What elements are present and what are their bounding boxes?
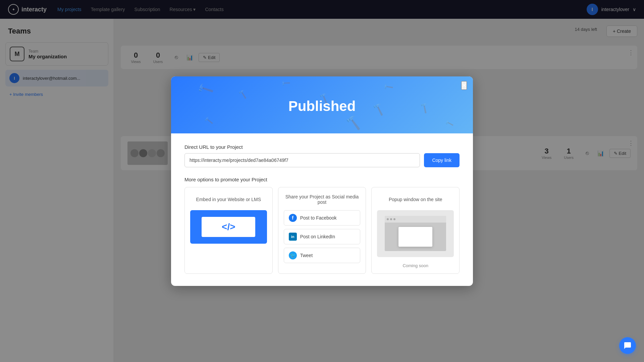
tweet-label: Tweet — [300, 253, 313, 258]
modal-header: 🔨 🔨 🔨 🔨 🔨 🔨 🔨 🔨 🔨 🔨 Published × — [171, 76, 473, 133]
window-dot — [390, 218, 392, 220]
embed-card: Embed in your Website or LMS </> — [184, 187, 273, 274]
popup-card: Popup window on the site — [371, 187, 460, 274]
window-dot — [387, 218, 389, 220]
social-card-title: Share your Project as Social media post — [284, 193, 361, 205]
post-to-facebook-button[interactable]: f Post to Facebook — [284, 210, 361, 226]
facebook-label: Post to Facebook — [300, 215, 337, 221]
social-card: Share your Project as Social media post … — [278, 187, 366, 274]
promote-cards: Embed in your Website or LMS </> Share y… — [184, 187, 460, 274]
url-input[interactable] — [184, 153, 420, 167]
modal-overlay: 🔨 🔨 🔨 🔨 🔨 🔨 🔨 🔨 🔨 🔨 Published × Direct U… — [0, 0, 644, 362]
tweet-button[interactable]: 🐦 Tweet — [284, 248, 361, 263]
embed-preview: </> — [190, 210, 267, 244]
popup-dialog — [398, 227, 432, 247]
coming-soon-label: Coming soon — [377, 263, 454, 268]
popup-content — [385, 223, 446, 251]
linkedin-label: Post on LinkedIn — [300, 234, 335, 239]
post-on-linkedin-button[interactable]: in Post on LinkedIn — [284, 229, 361, 244]
popup-card-title: Popup window on the site — [377, 193, 454, 205]
modal-body: Direct URL to your Project Copy link Mor… — [171, 133, 473, 286]
url-row: Copy link — [184, 153, 460, 167]
embed-card-title: Embed in your Website or LMS — [190, 193, 267, 205]
promote-label: More options to promote your Project — [184, 177, 460, 182]
embed-inner: </> — [202, 217, 255, 237]
modal-title: Published — [288, 98, 356, 114]
window-dot — [393, 218, 395, 220]
facebook-icon: f — [289, 214, 297, 222]
twitter-icon: 🐦 — [289, 251, 297, 259]
linkedin-icon: in — [289, 233, 297, 241]
copy-link-button[interactable]: Copy link — [424, 153, 460, 167]
popup-preview — [377, 210, 454, 257]
popup-window — [385, 216, 446, 251]
code-icon: </> — [222, 222, 235, 232]
published-modal: 🔨 🔨 🔨 🔨 🔨 🔨 🔨 🔨 🔨 🔨 Published × Direct U… — [171, 76, 473, 286]
chat-icon — [624, 342, 632, 350]
popup-window-bar — [385, 216, 446, 223]
modal-close-button[interactable]: × — [461, 81, 467, 90]
chat-widget-button[interactable] — [619, 337, 636, 354]
url-label: Direct URL to your Project — [184, 144, 460, 150]
